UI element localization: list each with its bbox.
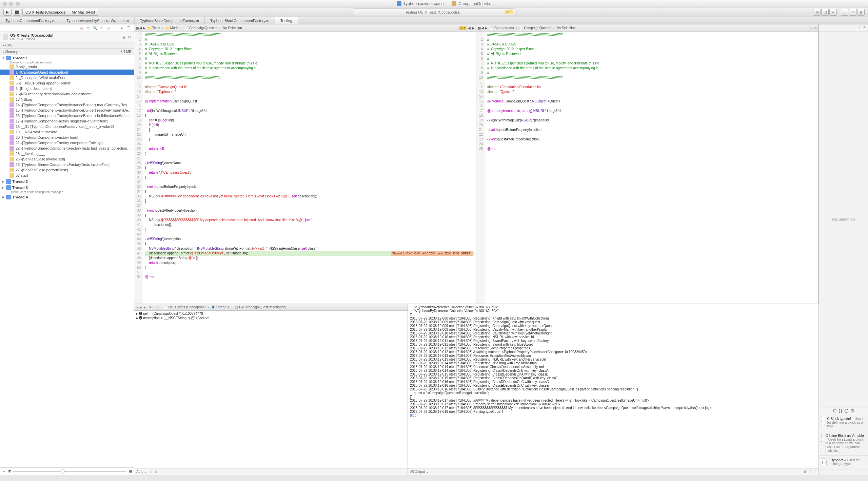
stack-frame[interactable]: 15 -[TyphoonComponentFactoryInstanceBuil… xyxy=(0,108,134,113)
stack-frame[interactable]: 14 -[TyphoonComponentFactoryInstanceBuil… xyxy=(0,102,134,108)
media-icon[interactable]: ▥ xyxy=(850,408,854,413)
gear-icon[interactable]: ⚙ xyxy=(128,35,131,39)
variables-view[interactable]: ▸ 🅢 self = (CampaignQuest *) 0x100324770… xyxy=(134,311,408,468)
thread-header[interactable]: ▶Thread 4 xyxy=(0,194,134,200)
stop-button[interactable] xyxy=(13,9,21,16)
stack-frame[interactable]: 2 _DescriptionWithLocaleFunc xyxy=(0,75,134,80)
back-icon[interactable]: ◀ xyxy=(139,26,142,30)
stack-frame[interactable]: 0 objc_retain xyxy=(0,64,134,70)
continue-icon[interactable]: ▸| xyxy=(144,305,146,309)
close-icon[interactable] xyxy=(3,2,7,6)
memory-section[interactable]: ▸ Memory 8.4 MB xyxy=(0,49,134,55)
stack-frame[interactable]: 19 __NSArrayEnumerate xyxy=(0,129,134,135)
tab-3[interactable]: TyphoonBlockComponentFactory.m xyxy=(205,17,275,24)
back-icon[interactable]: ◀ xyxy=(481,26,484,30)
forward-icon[interactable]: ▶ xyxy=(485,26,488,30)
close-assistant-icon[interactable]: ✕ xyxy=(814,26,817,30)
symbol-icon[interactable]: ≡ xyxy=(86,26,91,31)
stack-frame[interactable]: 18 __31-[TyphoonComponentFactory load]_b… xyxy=(0,124,134,129)
run-button[interactable]: ▶ xyxy=(3,9,12,16)
search-icon[interactable]: 🔍 xyxy=(93,26,97,31)
breakpoints-icon[interactable]: ▸ xyxy=(140,305,142,309)
version-editor-button[interactable]: ↔ xyxy=(829,9,837,16)
jump-bar-left[interactable]: ▦ ◀▶ 📁 Tests› 📁 Model› 📄 CampaignQuest.m… xyxy=(134,24,476,32)
folder-icon[interactable]: ▤ xyxy=(79,26,84,31)
test-icon[interactable]: ◇ xyxy=(106,26,111,31)
code-snippet-icon[interactable]: { } xyxy=(839,409,842,413)
stack-frame[interactable]: 5 -[__NSCFString appendFormat:] xyxy=(0,80,134,86)
console-toggle-icon[interactable]: ▯ xyxy=(814,470,816,474)
eye-icon[interactable]: ◉ xyxy=(122,35,126,39)
snippet-item[interactable]: { }C Block typedef – Used for defining a… xyxy=(819,414,868,431)
breakpoint-icon[interactable]: ▸ xyxy=(120,26,124,31)
console-filter[interactable]: All Output ⌄ xyxy=(410,470,429,474)
warning-badge[interactable]: ⚠ 1 xyxy=(505,10,513,14)
log-icon[interactable]: ☰ xyxy=(126,26,131,31)
stack-frame[interactable]: 22 -[TyphoonSharedComponentFactoryTests … xyxy=(0,146,134,151)
navigator-selector[interactable]: ▤ ≡ 🔍 ⚠ ◇ ⏸ ▸ ☰ xyxy=(0,24,134,32)
console-view[interactable]: "<TyphoonByReferenceCollectionValue: 0x1… xyxy=(408,304,818,468)
jump-bar-right[interactable]: ▦ ◀▶ 📄 Counterparts› 📄 CampaignQuest.h› … xyxy=(476,24,818,32)
detail-slider[interactable] xyxy=(13,471,126,472)
zoom-icon[interactable] xyxy=(16,2,20,6)
related-items-icon[interactable]: ▦ xyxy=(478,26,481,30)
minimize-icon[interactable] xyxy=(9,2,13,6)
print-icon[interactable]: ⎙ xyxy=(155,470,157,474)
stack-frame[interactable]: 27 -[SenTestCase performTest:] xyxy=(0,167,134,173)
debug-icon[interactable]: ⏸ xyxy=(113,26,118,31)
help-inspector-icon[interactable]: ？ xyxy=(862,25,866,31)
filter-icon[interactable]: ⧩ xyxy=(8,469,11,474)
stack-frame[interactable]: 21 -[TyphoonComponentFactory componentFo… xyxy=(0,140,134,146)
tab-4[interactable]: Testing xyxy=(275,17,298,24)
scheme-selector[interactable]: OS X Tests (Cocoapods)› My Mac 64-bit xyxy=(22,9,98,16)
stack-frame[interactable]: 13 NSLog xyxy=(0,97,134,102)
snippet-item[interactable]: { }C typedef – Used for defining a type. xyxy=(819,456,868,469)
variables-filter[interactable]: Auto ⌄ xyxy=(136,470,147,474)
prev-issue-icon[interactable]: ◀ xyxy=(468,26,471,30)
stack-frame[interactable]: 23 __invoking___ xyxy=(0,151,134,156)
add-icon[interactable]: ＋ xyxy=(2,469,6,474)
snippet-item[interactable]: { }C Inline Block as Variable – Used for… xyxy=(819,431,868,456)
toggle-debug-button[interactable]: ▭ xyxy=(849,9,856,16)
file-template-icon[interactable]: ▢ xyxy=(833,408,836,413)
object-icon[interactable]: ◯ xyxy=(844,408,848,413)
clear-console-icon[interactable]: 🗑 xyxy=(804,470,807,474)
stack-frame[interactable]: 17 -[TyphoonComponentFactory singletonFo… xyxy=(0,118,134,124)
stack-frame[interactable]: 7 -[NSDictionary descriptionWithLocale:i… xyxy=(0,91,134,97)
stack-frame[interactable]: 1 -[CampaignQuest description] xyxy=(0,70,134,75)
step-over-icon[interactable]: ↷ xyxy=(149,305,151,309)
stack-frame[interactable]: 37 start xyxy=(0,173,134,178)
step-in-icon[interactable]: ↓ xyxy=(153,305,155,309)
issue-icon[interactable]: ⚠ xyxy=(99,26,104,31)
tab-0[interactable]: TyphoonComponentFactory.m xyxy=(0,17,61,24)
tab-1[interactable]: TyphoonAssemblySelectorWrapper.m xyxy=(61,17,135,24)
step-out-icon[interactable]: ↑ xyxy=(157,305,159,309)
source-editor-right[interactable]: 1234567891011121314151617181920212223242… xyxy=(476,32,818,304)
collapse-icon[interactable]: ▤ xyxy=(129,469,132,474)
stack-frame[interactable]: 25 -[SenTestCase invokeTest] xyxy=(0,156,134,162)
tab-2[interactable]: TyphoonBlockComponentFactory.m xyxy=(135,17,205,24)
source-editor-left[interactable]: 1234567891011121314151617181920212223242… xyxy=(134,32,476,304)
variables-toggle-icon[interactable]: ▯ xyxy=(810,470,812,474)
stack-frame[interactable]: 26 -[TyphoonSharedComponentFactoryTests … xyxy=(0,162,134,167)
next-issue-icon[interactable]: ▶ xyxy=(472,26,475,30)
warning-count-badge[interactable]: ⚠ 1 xyxy=(459,26,467,30)
assistant-editor-button[interactable]: ◫ xyxy=(821,9,829,16)
toggle-navigator-button[interactable]: ▯ xyxy=(841,9,848,16)
cpu-section[interactable]: ▸ CPU xyxy=(0,42,134,49)
related-items-icon[interactable]: ▦ xyxy=(136,26,139,30)
quicklook-icon[interactable]: ◎ xyxy=(150,470,153,474)
add-assistant-icon[interactable]: ＋ xyxy=(809,26,813,31)
stack-frame[interactable]: 6 -[Knight description] xyxy=(0,86,134,91)
forward-icon[interactable]: ▶ xyxy=(143,26,145,30)
standard-editor-button[interactable]: ▤ xyxy=(813,9,821,16)
file-inspector-icon[interactable]: 📄 xyxy=(855,26,860,30)
stack-frame[interactable]: 20 -[TyphoonComponentFactory load] xyxy=(0,135,134,140)
thread-header[interactable]: ▼Thread 1 xyxy=(0,55,134,61)
traffic-lights[interactable] xyxy=(3,2,20,6)
toggle-utilities-button[interactable]: ▯ xyxy=(857,9,865,16)
thread-header[interactable]: ▶Thread 2 xyxy=(0,179,134,184)
hide-debug-icon[interactable]: ▾ xyxy=(136,305,138,309)
thread-header[interactable]: ▶Thread 3 xyxy=(0,185,134,190)
stack-frame[interactable]: 16 -[TyphoonComponentFactoryInstanceBuil… xyxy=(0,113,134,118)
